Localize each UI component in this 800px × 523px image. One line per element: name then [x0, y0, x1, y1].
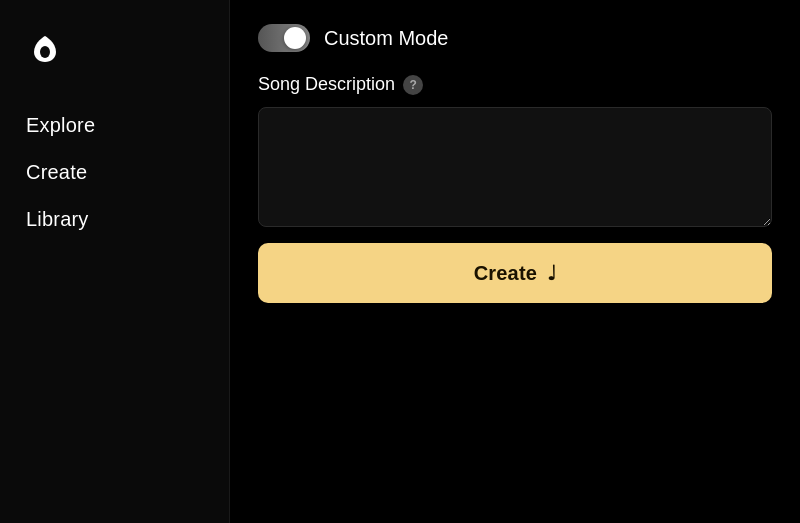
- music-note-icon: ♩: [547, 261, 556, 285]
- custom-mode-toggle[interactable]: [258, 24, 310, 52]
- help-icon[interactable]: ?: [403, 75, 423, 95]
- song-description-textarea[interactable]: [258, 107, 772, 227]
- suno-logo-icon: [24, 28, 66, 70]
- song-description-label: Song Description: [258, 74, 395, 95]
- custom-mode-label: Custom Mode: [324, 27, 449, 50]
- create-button[interactable]: Create ♩: [258, 243, 772, 303]
- custom-mode-row: Custom Mode: [258, 24, 772, 52]
- sidebar-item-create[interactable]: Create: [12, 151, 217, 194]
- svg-point-0: [40, 46, 50, 58]
- sidebar-logo: [0, 20, 229, 104]
- main-content: Custom Mode Song Description ? Create ♩: [230, 0, 800, 523]
- song-description-row: Song Description ?: [258, 74, 772, 95]
- sidebar-item-explore[interactable]: Explore: [12, 104, 217, 147]
- sidebar-item-library[interactable]: Library: [12, 198, 217, 241]
- sidebar-nav: Explore Create Library: [0, 104, 229, 241]
- create-button-label: Create: [474, 262, 537, 285]
- toggle-track: [258, 24, 310, 52]
- toggle-thumb: [284, 27, 306, 49]
- sidebar: Explore Create Library: [0, 0, 230, 523]
